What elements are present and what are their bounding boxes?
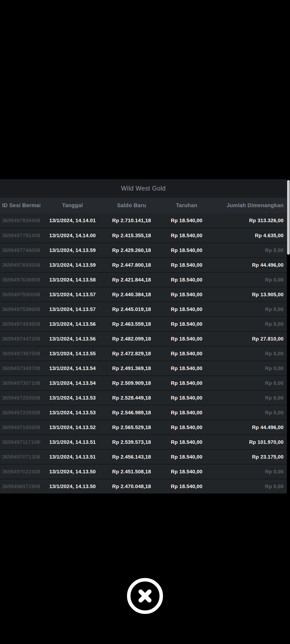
cell-win: Rp 0,00: [215, 484, 287, 489]
cell-new-balance: Rp 2.710.141,18: [105, 218, 158, 224]
cell-bet: Rp 18.540,00: [158, 262, 215, 268]
cell-win: Rp 0,00: [215, 277, 287, 283]
cell-new-balance: Rp 2.470.048,18: [105, 484, 158, 489]
cell-win: Rp 0,00: [215, 410, 287, 416]
cell-session-id: 36994972093088: [0, 410, 40, 416]
cell-win: Rp 27.810,00: [215, 336, 287, 342]
cell-new-balance: Rp 2.447.800,18: [105, 262, 158, 268]
cell-new-balance: Rp 2.463.559,18: [105, 321, 158, 327]
cell-session-id: 36994970224088: [0, 469, 40, 475]
table-row: 36994974472088 13/1/2024, 14.13.56 Rp 2.…: [0, 331, 287, 346]
cell-session-id: 36994971656088: [0, 425, 40, 430]
cell-session-id: 36994977914088: [0, 233, 40, 239]
game-title: Wild West Gold: [121, 185, 166, 192]
cell-new-balance: Rp 2.445.019,18: [105, 306, 158, 312]
cell-session-id: 36994974472088: [0, 336, 40, 342]
cell-win: Rp 0,00: [215, 365, 287, 371]
table-row: 36994974936088 13/1/2024, 14.13.56 Rp 2.…: [0, 316, 287, 331]
cell-win: Rp 101.970,00: [215, 439, 287, 445]
table-row: 36994976935088 13/1/2024, 14.13.59 Rp 2.…: [0, 257, 287, 272]
cell-date: 13/1/2024, 14.13.56: [40, 321, 105, 327]
history-table: ID Sesi Bermain # Tanggal Saldo Baru Tar…: [0, 198, 287, 493]
cell-date: 13/1/2024, 14.13.50: [40, 484, 105, 489]
table-row: 36994973497088 13/1/2024, 14.13.54 Rp 2.…: [0, 361, 287, 375]
cell-session-id: 36994971171088: [0, 439, 40, 445]
table-row: 36994972093088 13/1/2024, 14.13.53 Rp 2.…: [0, 405, 287, 420]
cell-date: 13/1/2024, 14.13.53: [40, 410, 105, 416]
cell-session-id: 36994970713088: [0, 454, 40, 460]
cell-session-id: 36994975386088: [0, 306, 40, 312]
cell-new-balance: Rp 2.546.989,18: [105, 410, 158, 416]
cell-date: 13/1/2024, 14.14.01: [40, 218, 105, 224]
table-row: 36994972595088 13/1/2024, 14.13.53 Rp 2.…: [0, 390, 287, 405]
cell-new-balance: Rp 2.421.844,18: [105, 277, 158, 283]
cell-bet: Rp 18.540,00: [158, 292, 215, 298]
table-body[interactable]: 36994978394088 13/1/2024, 14.14.01 Rp 2.…: [0, 213, 287, 493]
table-header-row: ID Sesi Bermain # Tanggal Saldo Baru Tar…: [0, 198, 287, 213]
cell-win: Rp 0,00: [215, 395, 287, 401]
table-row: 36994975900088 13/1/2024, 14.13.57 Rp 2.…: [0, 287, 287, 302]
cell-new-balance: Rp 2.472.829,18: [105, 351, 158, 357]
cell-new-balance: Rp 2.482.099,18: [105, 336, 158, 342]
cell-session-id: 36994973071088: [0, 380, 40, 386]
cell-bet: Rp 18.540,00: [158, 410, 215, 416]
cell-bet: Rp 18.540,00: [158, 425, 215, 430]
table-row: 36994977914088 13/1/2024, 14.14.00 Rp 2.…: [0, 228, 287, 243]
scrollbar-track[interactable]: [287, 179, 290, 493]
table-row: 36994976369088 13/1/2024, 14.13.58 Rp 2.…: [0, 272, 287, 287]
cell-win: Rp 0,00: [215, 306, 287, 312]
cell-date: 13/1/2024, 14.13.57: [40, 292, 105, 298]
cell-date: 13/1/2024, 14.13.50: [40, 469, 105, 475]
cell-date: 13/1/2024, 14.14.00: [40, 233, 105, 239]
cell-date: 13/1/2024, 14.13.57: [40, 306, 105, 312]
cell-session-id: 36994973497088: [0, 365, 40, 371]
cell-date: 13/1/2024, 14.13.52: [40, 425, 105, 430]
cell-bet: Rp 18.540,00: [158, 336, 215, 342]
cell-new-balance: Rp 2.528.449,18: [105, 395, 158, 401]
cell-date: 13/1/2024, 14.13.56: [40, 336, 105, 342]
cell-win: Rp 0,00: [215, 351, 287, 357]
cell-bet: Rp 18.540,00: [158, 233, 215, 239]
cell-new-balance: Rp 2.539.573,18: [105, 439, 158, 445]
table-row: 36994970713088 13/1/2024, 14.13.51 Rp 2.…: [0, 449, 287, 464]
table-row: 36994975386088 13/1/2024, 14.13.57 Rp 2.…: [0, 302, 287, 316]
column-header-date: Tanggal: [40, 202, 105, 208]
fullscreen-overlay: Wild West Gold ID Sesi Bermain # Tanggal…: [0, 0, 290, 644]
column-header-win: Jumlah Dimenangkan: [215, 202, 287, 208]
dialog-title-bar: Wild West Gold: [0, 179, 287, 198]
cell-win: Rp 23.175,00: [215, 454, 287, 460]
cell-win: Rp 0,00: [215, 380, 287, 386]
cell-date: 13/1/2024, 14.13.54: [40, 365, 105, 371]
cell-bet: Rp 18.540,00: [158, 395, 215, 401]
cell-win: Rp 0,00: [215, 321, 287, 327]
cell-bet: Rp 18.540,00: [158, 247, 215, 253]
cell-date: 13/1/2024, 14.13.51: [40, 439, 105, 445]
cell-new-balance: Rp 2.456.143,18: [105, 454, 158, 460]
cell-bet: Rp 18.540,00: [158, 484, 215, 489]
cell-date: 13/1/2024, 14.13.55: [40, 351, 105, 357]
cell-win: Rp 313.326,00: [215, 218, 287, 224]
cell-date: 13/1/2024, 14.13.59: [40, 262, 105, 268]
cell-new-balance: Rp 2.415.355,18: [105, 233, 158, 239]
cell-date: 13/1/2024, 14.13.59: [40, 247, 105, 253]
cell-new-balance: Rp 2.451.508,18: [105, 469, 158, 475]
table-row: 36994977460088 13/1/2024, 14.13.59 Rp 2.…: [0, 243, 287, 257]
table-row: 36994978394088 13/1/2024, 14.14.01 Rp 2.…: [0, 213, 287, 228]
cell-win: Rp 44.496,00: [215, 425, 287, 430]
table-row: 36994971656088 13/1/2024, 14.13.52 Rp 2.…: [0, 420, 287, 434]
close-button[interactable]: [127, 578, 163, 614]
cell-session-id: 36994973975088: [0, 351, 40, 357]
cell-bet: Rp 18.540,00: [158, 469, 215, 475]
cell-session-id: 36994976369088: [0, 277, 40, 283]
cell-bet: Rp 18.540,00: [158, 365, 215, 371]
scrollbar-thumb[interactable]: [287, 180, 290, 255]
cell-bet: Rp 18.540,00: [158, 277, 215, 283]
cell-new-balance: Rp 2.509.909,18: [105, 380, 158, 386]
cell-bet: Rp 18.540,00: [158, 218, 215, 224]
cell-session-id: 36994969719088: [0, 484, 40, 489]
cell-new-balance: Rp 2.491.369,18: [105, 365, 158, 371]
cell-bet: Rp 18.540,00: [158, 306, 215, 312]
cell-bet: Rp 18.540,00: [158, 351, 215, 357]
cell-win: Rp 13.905,00: [215, 292, 287, 298]
table-row: 36994973071088 13/1/2024, 14.13.54 Rp 2.…: [0, 375, 287, 390]
